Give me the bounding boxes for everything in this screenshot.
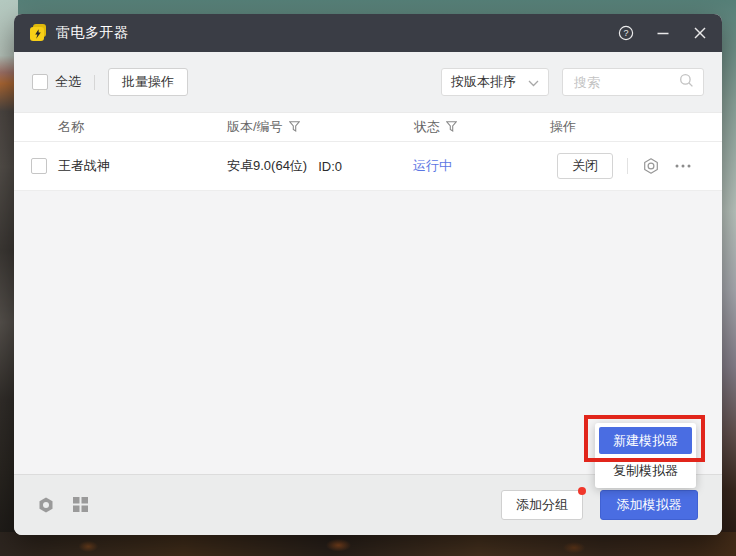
grid-view-icon[interactable] (72, 496, 90, 514)
column-header-operation: 操作 (550, 113, 576, 141)
toolbar-divider (94, 75, 95, 90)
svg-text:?: ? (623, 28, 628, 38)
search-box[interactable] (562, 68, 704, 96)
app-window: 雷电多开器 ? 全选 批量操作 按版本排序 (14, 14, 722, 535)
settings-gear-icon[interactable] (642, 157, 660, 175)
more-options-icon[interactable] (674, 158, 692, 174)
help-icon[interactable]: ? (618, 25, 634, 41)
app-logo-icon (28, 23, 48, 43)
emulator-version: 安卓9.0(64位) (227, 157, 307, 175)
emulator-id: ID:0 (318, 159, 342, 174)
menu-item-copy-emulator[interactable]: 复制模拟器 (599, 457, 692, 484)
status-badge: 运行中 (413, 142, 452, 190)
add-emulator-button[interactable]: 添加模拟器 (600, 490, 698, 520)
chevron-down-icon (528, 75, 539, 90)
table-header: 名称 版本/编号 状态 操作 (14, 112, 722, 142)
column-label: 名称 (58, 118, 84, 136)
minimize-icon[interactable] (655, 25, 671, 41)
row-divider (627, 158, 628, 174)
filter-funnel-icon[interactable] (289, 120, 300, 135)
select-all-checkbox[interactable] (32, 74, 48, 90)
emulator-version-cell: 安卓9.0(64位) ID:0 (227, 142, 342, 190)
column-label: 操作 (550, 118, 576, 136)
sort-dropdown-value: 按版本排序 (451, 73, 528, 91)
add-emulator-context-menu: 新建模拟器 复制模拟器 (595, 423, 696, 488)
select-all-label: 全选 (55, 73, 81, 91)
wallpaper-bottom-rocks (0, 532, 736, 556)
menu-item-new-emulator[interactable]: 新建模拟器 (599, 427, 692, 454)
emulator-name: 王者战神 (58, 142, 110, 190)
column-header-name[interactable]: 名称 (58, 113, 84, 141)
add-group-button[interactable]: 添加分组 (501, 490, 583, 520)
column-header-status[interactable]: 状态 (414, 113, 457, 141)
add-group-label: 添加分组 (516, 497, 568, 512)
close-emulator-button[interactable]: 关闭 (557, 153, 613, 179)
column-label: 状态 (414, 118, 440, 136)
table-row: 王者战神 安卓9.0(64位) ID:0 运行中 关闭 (14, 142, 722, 191)
row-checkbox[interactable] (31, 158, 47, 174)
filter-funnel-icon[interactable] (446, 120, 457, 135)
close-icon[interactable] (692, 25, 708, 41)
titlebar-controls: ? (618, 25, 708, 41)
toolbar: 全选 批量操作 按版本排序 (14, 52, 722, 112)
column-header-version[interactable]: 版本/编号 (227, 113, 300, 141)
sort-dropdown[interactable]: 按版本排序 (441, 68, 549, 96)
search-icon (679, 73, 694, 92)
global-settings-gear-icon[interactable] (37, 496, 55, 514)
column-label: 版本/编号 (227, 118, 283, 136)
notification-dot (578, 487, 586, 495)
batch-operation-button[interactable]: 批量操作 (108, 68, 188, 96)
search-input[interactable] (572, 74, 679, 91)
window-title: 雷电多开器 (56, 24, 129, 42)
titlebar: 雷电多开器 ? (14, 14, 722, 52)
